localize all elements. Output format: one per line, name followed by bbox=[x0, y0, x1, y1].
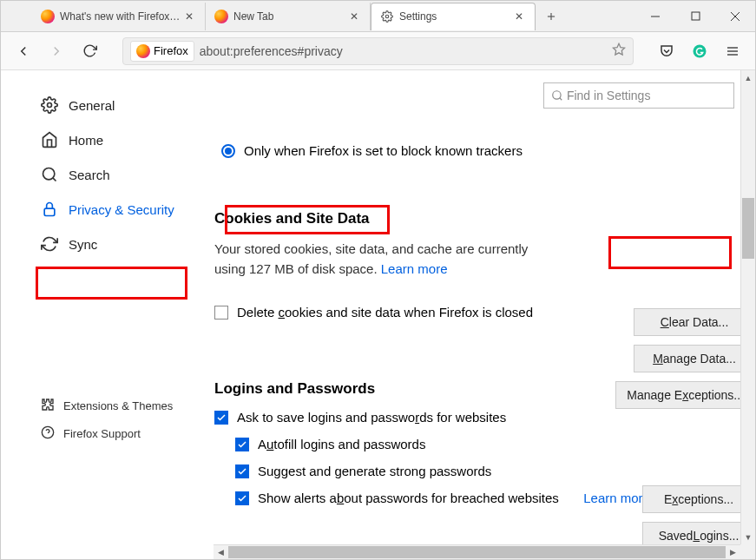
firefox-favicon bbox=[41, 10, 55, 23]
checkbox-icon bbox=[235, 464, 249, 478]
search-icon bbox=[551, 89, 563, 102]
scroll-down-icon[interactable]: ▼ bbox=[741, 530, 755, 544]
firefox-icon bbox=[136, 44, 150, 58]
sidebar-firefox-support[interactable]: Firefox Support bbox=[36, 419, 190, 447]
bookmark-star-icon[interactable] bbox=[612, 43, 626, 60]
scroll-right-icon[interactable]: ▶ bbox=[726, 545, 740, 559]
autofill-logins-checkbox[interactable]: Autofill logins and passwords bbox=[235, 437, 734, 451]
reload-button[interactable] bbox=[76, 37, 103, 65]
suggest-strong-passwords-checkbox[interactable]: Suggest and generate strong passwords bbox=[235, 464, 734, 478]
logins-buttons: Exceptions... Saved Logins... bbox=[642, 485, 755, 544]
manage-exceptions-button[interactable]: Manage Exceptions... bbox=[615, 381, 755, 409]
sidebar-item-label: Search bbox=[69, 168, 110, 182]
url-text: about:preferences#privacy bbox=[200, 44, 612, 58]
checkbox-icon bbox=[214, 306, 228, 320]
scrollbar-thumb[interactable] bbox=[228, 546, 726, 558]
sidebar-item-label: Privacy & Security bbox=[69, 202, 174, 217]
saved-logins-button[interactable]: Saved Logins... bbox=[642, 522, 755, 544]
radio-block-known-trackers[interactable]: Only when Firefox is set to block known … bbox=[221, 143, 734, 158]
search-placeholder: Find in Settings bbox=[567, 89, 651, 102]
scrollbar-thumb[interactable] bbox=[742, 198, 754, 259]
sidebar-helper-label: Extensions & Themes bbox=[63, 399, 173, 412]
sidebar-item-label: Sync bbox=[69, 237, 97, 252]
back-button[interactable] bbox=[10, 37, 37, 65]
close-window-button[interactable] bbox=[715, 1, 755, 32]
svg-rect-15 bbox=[44, 208, 55, 215]
checkbox-icon bbox=[235, 491, 249, 505]
grammarly-button[interactable] bbox=[686, 37, 713, 65]
sidebar-item-label: General bbox=[69, 98, 115, 113]
clear-data-button[interactable]: Clear Data... bbox=[634, 308, 755, 336]
search-icon bbox=[41, 166, 58, 183]
sync-icon bbox=[41, 235, 58, 253]
sidebar-item-home[interactable]: Home bbox=[36, 122, 190, 157]
radio-dot-icon bbox=[221, 144, 235, 158]
scroll-up-icon[interactable]: ▲ bbox=[741, 70, 755, 85]
cookies-description: Your stored cookies, site data, and cach… bbox=[214, 240, 562, 279]
close-icon[interactable]: ✕ bbox=[182, 10, 196, 23]
settings-main: Find in Settings Only when Firefox is se… bbox=[201, 70, 755, 544]
svg-point-13 bbox=[43, 168, 55, 180]
titlebar: What's new with Firefox - M ✕ New Tab ✕ … bbox=[1, 1, 755, 32]
help-icon bbox=[41, 425, 55, 442]
horizontal-scrollbar[interactable]: ◀ ▶ bbox=[214, 544, 740, 559]
settings-content: General Home Search Privacy & Security S… bbox=[1, 70, 755, 544]
lock-icon bbox=[41, 201, 58, 218]
gear-icon bbox=[380, 10, 394, 23]
nav-toolbar: Firefox about:preferences#privacy bbox=[1, 32, 755, 70]
home-icon bbox=[41, 131, 58, 148]
svg-marker-7 bbox=[613, 43, 624, 55]
tab-settings[interactable]: Settings ✕ bbox=[371, 3, 536, 30]
tab-new-tab[interactable]: New Tab ✕ bbox=[206, 3, 371, 30]
checkbox-icon bbox=[214, 411, 228, 425]
manage-data-button[interactable]: Manage Data... bbox=[634, 345, 755, 372]
logins-exceptions-button[interactable]: Exceptions... bbox=[642, 485, 755, 513]
tab-whats-new[interactable]: What's new with Firefox - M ✕ bbox=[32, 3, 206, 30]
learn-more-link[interactable]: Learn more bbox=[583, 491, 650, 505]
window-controls bbox=[635, 1, 755, 32]
close-icon[interactable]: ✕ bbox=[347, 10, 361, 23]
settings-sidebar: General Home Search Privacy & Security S… bbox=[1, 70, 201, 544]
firefox-favicon bbox=[214, 10, 228, 23]
sidebar-item-privacy[interactable]: Privacy & Security bbox=[36, 192, 190, 227]
svg-line-19 bbox=[560, 98, 562, 101]
puzzle-icon bbox=[41, 398, 55, 414]
ask-save-logins-checkbox[interactable]: Ask to save logins and passwords for web… bbox=[214, 410, 734, 425]
svg-point-18 bbox=[553, 91, 561, 99]
new-tab-button[interactable] bbox=[539, 4, 563, 29]
svg-rect-4 bbox=[692, 12, 700, 20]
checkbox-label: Show alerts about passwords for breached… bbox=[258, 491, 559, 505]
checkbox-label: Ask to save logins and passwords for web… bbox=[237, 410, 506, 425]
find-in-settings-input[interactable]: Find in Settings bbox=[543, 82, 734, 109]
sidebar-helper-label: Firefox Support bbox=[63, 427, 141, 440]
svg-point-8 bbox=[694, 44, 707, 57]
tab-strip: What's new with Firefox - M ✕ New Tab ✕ … bbox=[1, 1, 563, 31]
checkbox-label: Autofill logins and passwords bbox=[258, 437, 425, 451]
vertical-scrollbar[interactable]: ▲ ▼ bbox=[740, 70, 755, 544]
pocket-button[interactable] bbox=[653, 37, 680, 65]
gear-icon bbox=[41, 96, 58, 114]
cookies-heading: Cookies and Site Data bbox=[214, 210, 370, 227]
sidebar-item-label: Home bbox=[69, 133, 103, 148]
sidebar-extensions-themes[interactable]: Extensions & Themes bbox=[36, 392, 190, 419]
sidebar-item-sync[interactable]: Sync bbox=[36, 227, 190, 261]
url-bar[interactable]: Firefox about:preferences#privacy bbox=[122, 37, 634, 65]
checkbox-icon bbox=[235, 438, 249, 451]
sidebar-item-search[interactable]: Search bbox=[36, 157, 190, 192]
minimize-button[interactable] bbox=[635, 1, 675, 32]
forward-button[interactable] bbox=[43, 37, 70, 65]
svg-line-14 bbox=[53, 178, 56, 181]
learn-more-link[interactable]: Learn more bbox=[381, 261, 448, 276]
scroll-left-icon[interactable]: ◀ bbox=[214, 545, 228, 559]
tab-label: New Tab bbox=[233, 10, 347, 23]
sidebar-item-general[interactable]: General bbox=[36, 88, 190, 122]
radio-label: Only when Firefox is set to block known … bbox=[244, 143, 523, 158]
maximize-button[interactable] bbox=[675, 1, 715, 32]
svg-point-12 bbox=[48, 103, 52, 108]
identity-label: Firefox bbox=[154, 44, 188, 57]
identity-box[interactable]: Firefox bbox=[130, 41, 194, 62]
tab-label: Settings bbox=[399, 10, 512, 23]
checkbox-label: Delete cookies and site data when Firefo… bbox=[237, 305, 533, 320]
close-icon[interactable]: ✕ bbox=[512, 10, 526, 23]
app-menu-button[interactable] bbox=[719, 37, 746, 65]
